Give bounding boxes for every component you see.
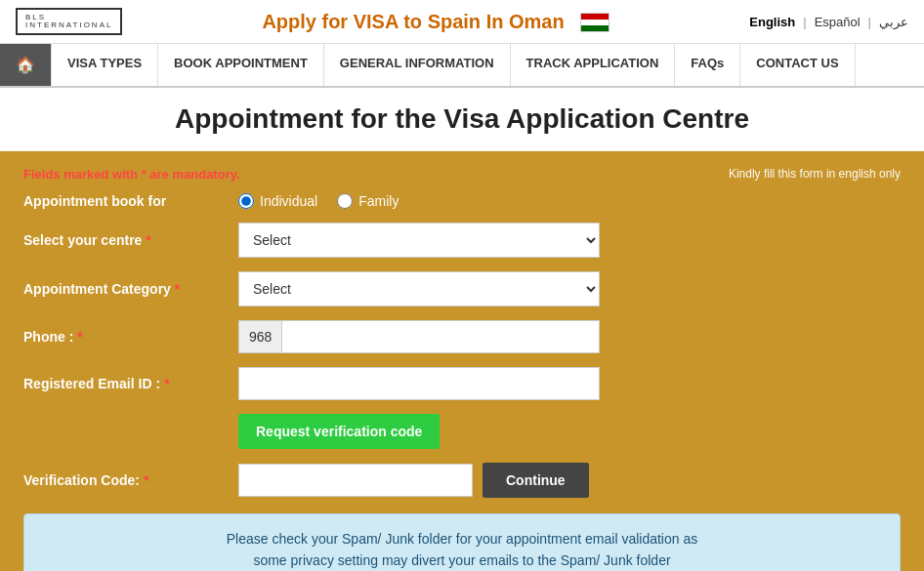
phone-prefix: 968 — [238, 320, 281, 353]
logo: BLS INTERNATIONAL — [16, 8, 122, 35]
phone-label: Phone : * — [23, 329, 238, 345]
nav-general-information[interactable]: GENERAL INFORMATION — [324, 44, 511, 86]
continue-button[interactable]: Continue — [483, 463, 589, 498]
flag-icon — [580, 13, 609, 32]
top-bar: BLS INTERNATIONAL Apply for VISA to Spai… — [0, 0, 924, 44]
request-verification-row: Request verification code — [23, 414, 901, 449]
nav-home[interactable]: 🏠 — [0, 44, 52, 86]
phone-row: Phone : * 968 — [23, 320, 901, 353]
nav-track-application[interactable]: TRACK APPLICATION — [511, 44, 676, 86]
language-switcher: English | Español | عربي — [749, 15, 908, 29]
appt-type-radio-group: Individual Family — [238, 193, 399, 209]
nav-bar: 🏠 VISA TYPES BOOK APPOINTMENT GENERAL IN… — [0, 44, 924, 88]
appt-book-for-row: Appointment book for Individual Family — [23, 193, 901, 209]
email-row: Registered Email ID : * — [23, 367, 901, 400]
logo-area: BLS INTERNATIONAL — [16, 8, 122, 35]
family-option[interactable]: Family — [337, 193, 399, 209]
verification-code-row: Verification Code: * Continue — [23, 463, 901, 498]
lang-espanol[interactable]: Español — [815, 15, 861, 29]
request-verification-button[interactable]: Request verification code — [238, 414, 440, 449]
email-label: Registered Email ID : * — [23, 376, 238, 391]
form-notes: Fields marked with * are mandatory. Kind… — [23, 167, 901, 182]
page-title: Appointment for the Visa Application Cen… — [0, 88, 924, 151]
nav-book-appointment[interactable]: BOOK APPOINTMENT — [158, 44, 324, 86]
nav-faqs[interactable]: FAQs — [675, 44, 740, 86]
mandatory-note: Fields marked with * are mandatory. — [23, 167, 240, 182]
family-radio[interactable] — [337, 193, 353, 209]
appt-book-for-label: Appointment book for — [23, 193, 238, 209]
select-centre-dropdown[interactable]: Select — [238, 223, 600, 258]
spam-notice: Please check your Spam/ Junk folder for … — [23, 513, 901, 571]
verification-code-label: Verification Code: * — [23, 472, 238, 488]
email-input[interactable] — [238, 367, 600, 400]
english-note: Kindly fill this form in english only — [729, 167, 901, 182]
appt-category-dropdown[interactable]: Select — [238, 271, 600, 306]
nav-visa-types[interactable]: VISA TYPES — [52, 44, 158, 86]
verification-code-input[interactable] — [238, 464, 473, 497]
nav-contact-us[interactable]: CONTACT US — [740, 44, 855, 86]
site-title: Apply for VISA to Spain In Oman — [122, 11, 749, 33]
individual-option[interactable]: Individual — [238, 193, 317, 209]
phone-group: 968 — [238, 320, 600, 353]
appt-category-label: Appointment Category * — [23, 281, 238, 297]
select-centre-label: Select your centre * — [23, 232, 238, 248]
appt-category-row: Appointment Category * Select — [23, 271, 901, 306]
form-container: Fields marked with * are mandatory. Kind… — [0, 151, 924, 571]
select-centre-row: Select your centre * Select — [23, 223, 901, 258]
individual-radio[interactable] — [238, 193, 254, 209]
lang-english[interactable]: English — [749, 15, 795, 29]
phone-input[interactable] — [281, 320, 600, 353]
logo-sub: INTERNATIONAL — [25, 21, 112, 29]
verification-input-group: Continue — [238, 463, 589, 498]
lang-arabic[interactable]: عربي — [879, 15, 908, 29]
